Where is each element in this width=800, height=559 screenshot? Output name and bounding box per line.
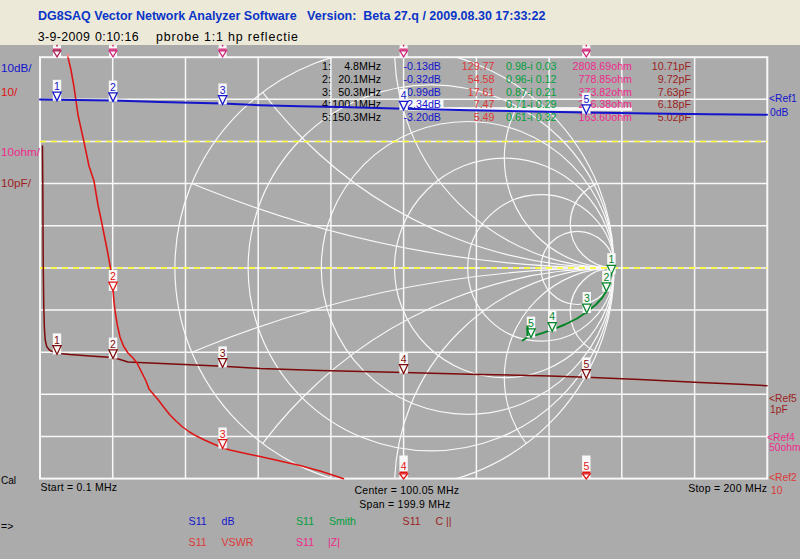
- svg-text:10: 10: [771, 485, 783, 496]
- svg-text:-0.13dB: -0.13dB: [404, 60, 441, 72]
- svg-text:4.8MHz: 4.8MHz: [344, 60, 381, 72]
- svg-text:10.71pF: 10.71pF: [652, 60, 692, 72]
- svg-text:3-9-2009: 3-9-2009: [38, 30, 90, 44]
- svg-text:DG8SAQ Vector Network Analyzer: DG8SAQ Vector Network Analyzer Software …: [38, 9, 545, 23]
- svg-text:Start = 0.1 MHz: Start = 0.1 MHz: [40, 481, 117, 493]
- svg-text:0.98-i 0.03: 0.98-i 0.03: [506, 60, 557, 72]
- svg-text:2808.69ohm: 2808.69ohm: [573, 60, 633, 72]
- svg-text:Cal: Cal: [1, 475, 16, 486]
- svg-text:3: 3: [220, 428, 226, 440]
- svg-text:Center = 100.05 MHz: Center = 100.05 MHz: [354, 484, 459, 496]
- svg-text:1: 1: [54, 334, 60, 346]
- svg-text:54.58: 54.58: [468, 73, 495, 85]
- svg-text:4: 4: [401, 89, 407, 101]
- svg-text:2:: 2:: [322, 73, 331, 85]
- svg-text:2: 2: [110, 338, 116, 350]
- svg-text:-0.99dB: -0.99dB: [404, 86, 441, 98]
- svg-text:<Ref2: <Ref2: [769, 472, 797, 483]
- svg-text:4: 4: [401, 460, 407, 472]
- svg-text:Stop = 200 MHz: Stop = 200 MHz: [688, 482, 767, 494]
- svg-text:0.87-i 0.21: 0.87-i 0.21: [506, 86, 557, 98]
- svg-text:0dB: 0dB: [770, 107, 788, 118]
- svg-text:2: 2: [603, 271, 609, 283]
- svg-text:1: 1: [54, 80, 60, 92]
- svg-text:50ohm: 50ohm: [769, 442, 800, 453]
- svg-text:4: 4: [401, 353, 407, 365]
- svg-text:S11: S11: [189, 536, 207, 548]
- svg-text:20.1MHz: 20.1MHz: [338, 73, 381, 85]
- svg-text:0:10:16: 0:10:16: [95, 30, 139, 44]
- svg-text:0.96-i 0.12: 0.96-i 0.12: [506, 73, 557, 85]
- svg-text:0.71-i 0.29: 0.71-i 0.29: [506, 98, 557, 110]
- svg-text:50.3MHz: 50.3MHz: [338, 86, 381, 98]
- svg-text:3: 3: [220, 347, 226, 359]
- svg-text:7.47: 7.47: [474, 98, 495, 110]
- svg-text:5:: 5:: [322, 111, 331, 123]
- svg-text:S11: S11: [189, 515, 207, 527]
- svg-text:<Ref1: <Ref1: [769, 93, 797, 104]
- svg-text:C ||: C ||: [436, 515, 452, 527]
- svg-text:1pF: 1pF: [770, 404, 788, 415]
- svg-text:3: 3: [220, 84, 226, 96]
- svg-text:4: 4: [549, 310, 555, 322]
- svg-text:778.85ohm: 778.85ohm: [579, 73, 633, 85]
- svg-text:S11: S11: [296, 536, 314, 548]
- svg-text:3: 3: [584, 292, 590, 304]
- svg-text:10ohm/: 10ohm/: [1, 145, 41, 158]
- svg-text:2: 2: [110, 270, 116, 282]
- svg-text:129.77: 129.77: [462, 60, 495, 72]
- svg-text:<Ref5: <Ref5: [769, 393, 797, 404]
- svg-text:|Z|: |Z|: [328, 536, 340, 548]
- svg-text:1:: 1:: [322, 60, 331, 72]
- svg-text:Smith: Smith: [329, 515, 356, 527]
- svg-text:150.3MHz: 150.3MHz: [332, 111, 381, 123]
- svg-text:5: 5: [583, 460, 589, 472]
- svg-text:2: 2: [110, 81, 116, 93]
- svg-text:pbrobe 1:1 hp reflectie: pbrobe 1:1 hp reflectie: [156, 30, 299, 44]
- svg-text:VSWR: VSWR: [222, 536, 254, 548]
- svg-text:-3.20dB: -3.20dB: [404, 111, 441, 123]
- svg-text:Span = 199.9 MHz: Span = 199.9 MHz: [359, 498, 450, 510]
- svg-text:7.63pF: 7.63pF: [658, 86, 692, 98]
- svg-text:3:: 3:: [322, 86, 331, 98]
- svg-text:S11: S11: [403, 515, 421, 527]
- svg-text:4:: 4:: [322, 98, 331, 110]
- svg-text:10pF/: 10pF/: [1, 176, 32, 189]
- svg-text:S11: S11: [296, 515, 314, 527]
- svg-text:9.72pF: 9.72pF: [658, 73, 692, 85]
- svg-text:6.18pF: 6.18pF: [658, 98, 692, 110]
- svg-text:5: 5: [583, 93, 589, 105]
- svg-text:=>: =>: [1, 520, 13, 532]
- svg-text:10dB/: 10dB/: [1, 61, 32, 74]
- svg-text:17.61: 17.61: [468, 86, 495, 98]
- svg-text:5: 5: [583, 358, 589, 370]
- svg-text:5: 5: [528, 317, 534, 329]
- svg-text:dB: dB: [222, 515, 235, 527]
- svg-text:10/: 10/: [1, 85, 18, 98]
- svg-text:-0.32dB: -0.32dB: [404, 73, 441, 85]
- svg-text:5.49: 5.49: [474, 111, 495, 123]
- svg-text:1: 1: [608, 253, 614, 265]
